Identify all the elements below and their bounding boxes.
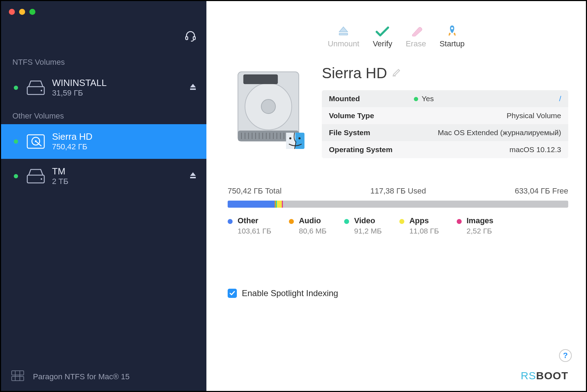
drive-stack-icon: [11, 370, 24, 384]
legend-dot-icon: [457, 219, 462, 224]
status-dot-icon: [14, 139, 18, 144]
usage-total: 750,42 ГБ Total: [228, 186, 281, 196]
window-fullscreen-button[interactable]: [29, 9, 35, 15]
drive-icon: [26, 79, 46, 97]
usage-free: 633,04 ГБ Free: [515, 186, 568, 196]
rename-icon[interactable]: [392, 68, 401, 79]
legend-item: Video91,2 МБ: [344, 216, 382, 235]
svg-rect-11: [12, 371, 24, 375]
legend-item: Other103,61 ГБ: [228, 216, 271, 235]
table-row: Operating System macOS 10.12.3: [322, 141, 568, 158]
brand-watermark: RSBOOT: [521, 370, 568, 382]
headset-icon[interactable]: [184, 30, 196, 44]
svg-point-9: [41, 178, 42, 180]
table-row: Mounted Yes /: [322, 90, 568, 107]
legend-dot-icon: [344, 219, 349, 224]
verify-button[interactable]: Verify: [373, 25, 392, 48]
drive-icon: [26, 167, 46, 185]
usage-section: 750,42 ГБ Total 117,38 ГБ Used 633,04 ГБ…: [206, 162, 586, 235]
usage-bar: [228, 201, 568, 208]
legend-dot-icon: [228, 219, 233, 224]
table-row: File System Mac OS Extended (журналируем…: [322, 124, 568, 141]
svg-point-41: [298, 137, 301, 139]
sidebar-volume-wininstall[interactable]: WININSTALL 31,59 ГБ: [1, 70, 206, 105]
verify-icon: [375, 25, 389, 37]
volume-large-icon: [228, 65, 309, 158]
svg-point-16: [451, 27, 453, 29]
startup-icon: [445, 25, 459, 37]
usage-segment: [282, 201, 283, 208]
usage-used: 117,38 ГБ Used: [370, 186, 426, 196]
window-minimize-button[interactable]: [19, 9, 25, 15]
svg-point-36: [261, 99, 275, 114]
eject-icon[interactable]: [189, 83, 196, 92]
mount-point[interactable]: /: [559, 94, 561, 103]
volume-name: WININSTALL: [52, 78, 189, 88]
svg-point-40: [289, 137, 291, 139]
legend-dot-icon: [289, 219, 294, 224]
legend-dot-icon: [399, 219, 404, 224]
startup-button[interactable]: Startup: [439, 25, 465, 48]
svg-rect-0: [186, 36, 188, 40]
volume-size: 31,59 ГБ: [52, 88, 189, 98]
legend-item: Audio80,6 МБ: [289, 216, 326, 235]
erase-icon: [409, 25, 423, 37]
main-panel: Unmount Verify Erase Startup: [206, 1, 586, 391]
eject-icon[interactable]: [189, 172, 196, 181]
sidebar-section-other: Other Volumes: [1, 105, 206, 124]
sidebar-volume-tm[interactable]: TM 2 ТБ: [1, 159, 206, 194]
spotlight-label: Enable Spotlight Indexing: [242, 288, 338, 298]
volume-name: TM: [52, 166, 189, 177]
svg-rect-4: [190, 88, 196, 90]
volume-size: 750,42 ГБ: [52, 142, 196, 151]
help-button[interactable]: ?: [559, 349, 572, 362]
usage-segment: [277, 201, 282, 208]
usage-legend: Other103,61 ГБAudio80,6 МБVideo91,2 МБAp…: [228, 216, 568, 235]
sidebar: NTFS Volumes WININSTALL 31,59 ГБ Other V…: [1, 1, 206, 391]
window-close-button[interactable]: [9, 9, 15, 15]
unmount-button[interactable]: Unmount: [328, 25, 359, 48]
erase-button[interactable]: Erase: [406, 25, 426, 48]
status-dot-icon: [14, 86, 18, 90]
sidebar-volume-sierra-hd[interactable]: Sierra HD 750,42 ГБ: [1, 124, 206, 159]
svg-rect-15: [339, 33, 348, 35]
volume-name: Sierra HD: [52, 132, 196, 142]
footer-product-name: Paragon NTFS for Mac® 15: [33, 372, 130, 381]
usage-segment: [228, 201, 275, 208]
table-row: Volume Type Physical Volume: [322, 107, 568, 124]
svg-rect-12: [12, 376, 24, 381]
sidebar-footer[interactable]: Paragon NTFS for Mac® 15: [1, 363, 206, 391]
status-dot-icon: [14, 174, 18, 178]
svg-point-3: [41, 90, 42, 91]
volume-size: 2 ТБ: [52, 177, 189, 186]
toolbar: Unmount Verify Erase Startup: [206, 1, 586, 54]
svg-rect-1: [193, 36, 195, 40]
spotlight-checkbox[interactable]: [228, 289, 237, 298]
legend-item: Images2,52 ГБ: [457, 216, 494, 235]
mounted-dot-icon: [414, 97, 418, 101]
internal-drive-icon: [26, 132, 46, 151]
sidebar-section-ntfs: NTFS Volumes: [1, 51, 206, 70]
svg-rect-10: [190, 177, 196, 178]
unmount-icon: [336, 25, 351, 37]
volume-title: Sierra HD: [322, 65, 387, 82]
legend-item: Apps11,08 ГБ: [399, 216, 439, 235]
window-controls: [1, 1, 206, 22]
volume-info-table: Mounted Yes / Volume Type Physical Volum…: [322, 90, 568, 158]
svg-point-7: [35, 140, 37, 142]
